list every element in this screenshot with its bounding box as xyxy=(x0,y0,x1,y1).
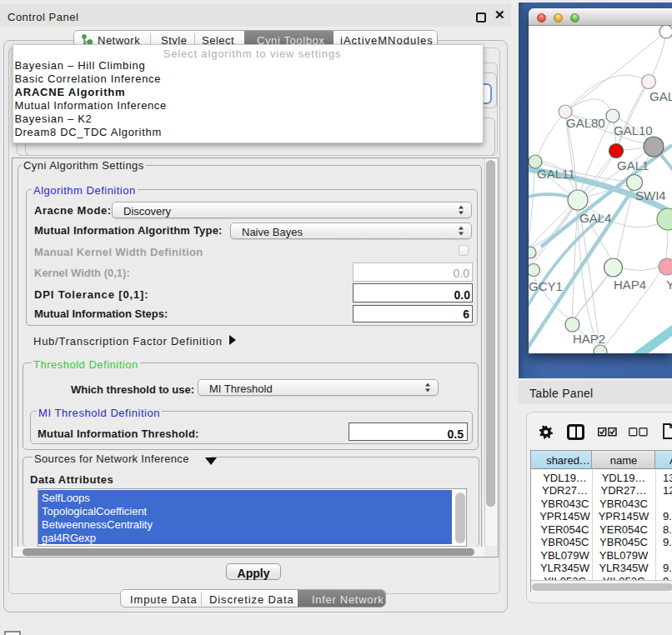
svg-text:HAP4: HAP4 xyxy=(614,278,646,292)
svg-text:YD: YD xyxy=(666,278,672,292)
svg-text:GAL11: GAL11 xyxy=(537,167,575,181)
svg-text:GCY1: GCY1 xyxy=(529,279,563,293)
svg-text:GAL1: GAL1 xyxy=(617,158,649,172)
svg-text:SWI4: SWI4 xyxy=(635,188,666,202)
svg-text:GAL10: GAL10 xyxy=(614,123,653,138)
svg-text:HAP2: HAP2 xyxy=(573,332,605,346)
svg-text:GAL2: GAL2 xyxy=(649,89,672,103)
svg-text:GAL4: GAL4 xyxy=(579,211,611,225)
svg-text:GAL80: GAL80 xyxy=(566,116,605,130)
